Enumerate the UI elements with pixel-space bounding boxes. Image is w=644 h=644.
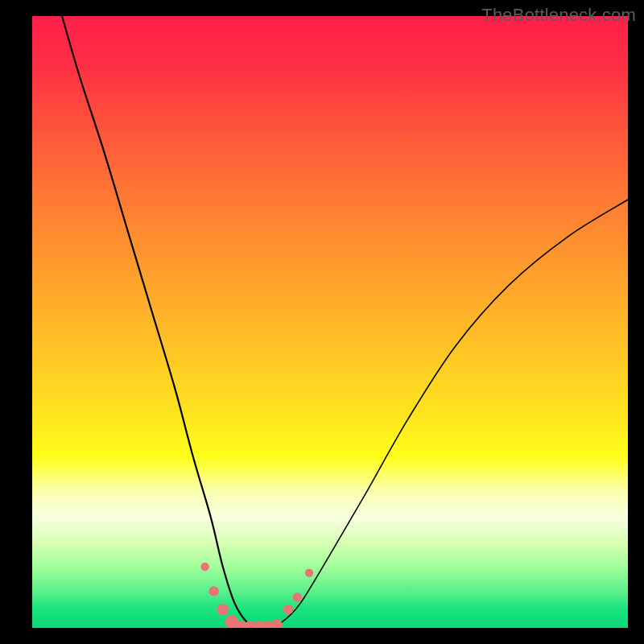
data-marker — [217, 604, 229, 616]
data-marker — [208, 586, 218, 596]
data-marker — [283, 605, 293, 614]
chart-frame: TheBottleneck.com — [0, 0, 644, 644]
curves-layer — [32, 16, 628, 628]
data-marker — [293, 592, 302, 601]
data-marker — [305, 568, 313, 576]
series-left-branch — [62, 16, 270, 628]
watermark-text: TheBottleneck.com — [481, 5, 636, 26]
data-marker — [200, 563, 208, 571]
data-marker — [270, 619, 283, 628]
series-right-branch — [270, 200, 628, 628]
plot-area — [32, 16, 628, 628]
